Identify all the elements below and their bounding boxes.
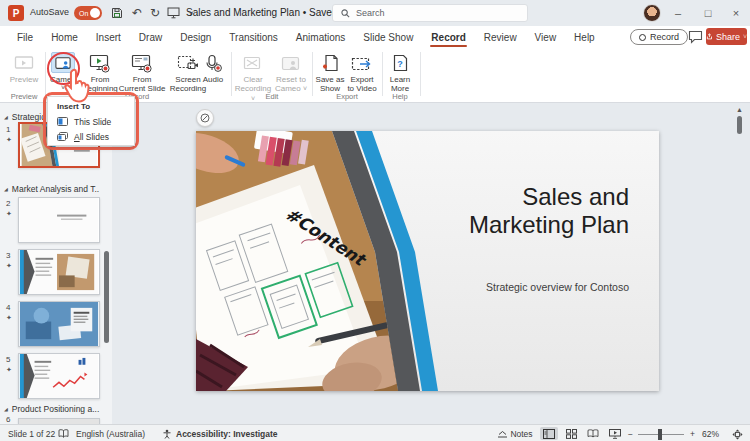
this-slide-label: This Slide [74,117,111,127]
slide-number: 4 [6,303,10,312]
menu-item-all-slides[interactable]: All Slides [48,129,134,144]
svg-text:?: ? [397,59,403,69]
export-to-video-icon [350,52,374,73]
title-bar: P AutoSave On ↶ ↻ ˅ Sales and Marketing … [0,0,750,26]
maximize-icon: □ [705,7,712,19]
clear-recording-icon [241,52,265,73]
redo-button[interactable]: ↻ [146,4,164,22]
ink-replay-button[interactable] [196,109,214,127]
section-label: Product Positioning a... [12,404,99,414]
sidebar-scrollbar[interactable] [104,251,109,343]
menu-item-this-slide[interactable]: This Slide [48,114,134,129]
tab-insert[interactable]: Insert [87,26,130,48]
section-header-product-positioning[interactable]: ◢ Product Positioning a... [4,404,99,414]
record-from-current-slide-button[interactable]: From Current Slide [118,52,166,94]
present-from-beginning-icon[interactable] [164,4,182,22]
animation-star-icon: ✦ [6,366,12,374]
canvas-scrollbar[interactable] [737,116,742,134]
group-divider [382,52,383,96]
export-to-video-button[interactable]: Export to Video [344,52,380,94]
zoom-level[interactable]: 62% [702,429,719,439]
canvas-scroll-up-icon[interactable]: ▲ [736,106,743,113]
slide-title[interactable]: Sales and Marketing Plan [369,183,629,239]
tab-transitions[interactable]: Transitions [220,26,287,48]
tab-help[interactable]: Help [565,26,604,48]
minimize-button[interactable]: – [664,0,692,26]
slide-editor[interactable]: #Content [196,131,659,391]
normal-view-button[interactable] [540,427,558,440]
document-title[interactable]: Sales and Marketing Plan • Saved ˅ [186,7,344,18]
notes-label: Notes [510,429,532,439]
group-label-help: Help [392,92,407,101]
search-input[interactable]: Search [332,4,528,22]
tab-animations[interactable]: Animations [287,26,354,48]
zoom-in-button[interactable]: + [690,429,695,439]
reset-to-cameo-button[interactable]: Reset to Cameo ˅ [272,52,310,94]
chevron-down-icon: ˅ [303,85,307,92]
tab-draw[interactable]: Draw [130,26,171,48]
slide-title-line1: Sales and [369,183,629,211]
minimize-icon: – [675,7,681,19]
share-button[interactable]: Share ˅ [706,28,747,45]
autosave-toggle[interactable]: On [74,6,102,20]
slide-photo-collage: #Content [196,131,659,391]
tab-slide-show[interactable]: Slide Show [354,26,422,48]
all-slides-label: All Slides [74,132,109,142]
audio-button[interactable]: Audio [196,52,230,84]
tab-view[interactable]: View [526,26,566,48]
animation-star-icon: ✦ [6,262,12,270]
reset-to-cameo-label-2: Cameo [275,84,301,93]
close-button[interactable]: × [722,0,750,26]
redo-icon: ↻ [150,6,160,20]
user-avatar[interactable] [643,4,661,22]
from-beginning-label-1: From [91,75,110,84]
slide-thumbnail-2[interactable] [18,197,100,243]
section-collapse-icon: ◢ [4,186,8,192]
save-as-show-icon [318,52,342,73]
slide-number: 6 [6,415,10,424]
tab-record[interactable]: Record [422,26,474,48]
save-icon[interactable] [108,4,126,22]
spell-check-icon[interactable] [58,429,69,440]
slide-number: 2 [6,199,10,208]
accessibility-status[interactable]: Accessibility: Investigate [176,429,278,439]
section-header-market-analysis[interactable]: ◢ Market Analysis and T.. [4,184,99,194]
slide-number: 3 [6,251,10,260]
comments-button[interactable] [688,30,703,44]
save-as-show-button[interactable]: Save as Show [314,52,346,94]
search-placeholder: Search [356,8,385,18]
record-dot-icon [639,34,646,41]
slide-thumbnail-3[interactable] [18,249,100,295]
close-icon: × [733,7,739,19]
fit-slide-to-window-button[interactable] [732,429,743,441]
slide-subtitle[interactable]: Strategic overview for Contoso [389,281,629,293]
slide-thumbnail-panel: ◢ Strategic S 1 ✦ ◢ Market Analysis and [0,103,112,424]
tab-design[interactable]: Design [171,26,220,48]
preview-label: Preview [10,75,38,84]
search-icon [341,9,350,18]
notes-button[interactable]: Notes [497,429,533,439]
zoom-out-button[interactable]: − [628,429,633,439]
autosave-state: On [79,10,88,17]
tab-home[interactable]: Home [42,26,87,48]
section-collapse-icon: ◢ [4,406,8,412]
language-status[interactable]: English (Australia) [76,429,145,439]
undo-button[interactable]: ↶ [128,4,146,22]
zoom-slider-thumb[interactable] [658,429,662,440]
reading-view-button[interactable] [584,427,602,440]
share-icon [706,32,713,41]
preview-button[interactable]: Preview [6,52,42,84]
slide-thumbnail-4[interactable] [18,301,100,347]
powerpoint-app-icon: P [8,5,24,21]
tab-file[interactable]: File [8,26,42,48]
reset-to-cameo-icon [279,52,303,73]
slideshow-view-button[interactable] [606,427,624,440]
group-label-export: Export [336,92,358,101]
tab-review[interactable]: Review [475,26,526,48]
maximize-button[interactable]: □ [694,0,722,26]
slide-thumbnail-5[interactable] [18,353,100,399]
learn-more-button[interactable]: ? Learn More [384,52,416,94]
slide-sorter-view-button[interactable] [562,427,580,440]
group-label-edit: Edit [266,92,279,101]
record-button[interactable]: Record [630,29,688,45]
